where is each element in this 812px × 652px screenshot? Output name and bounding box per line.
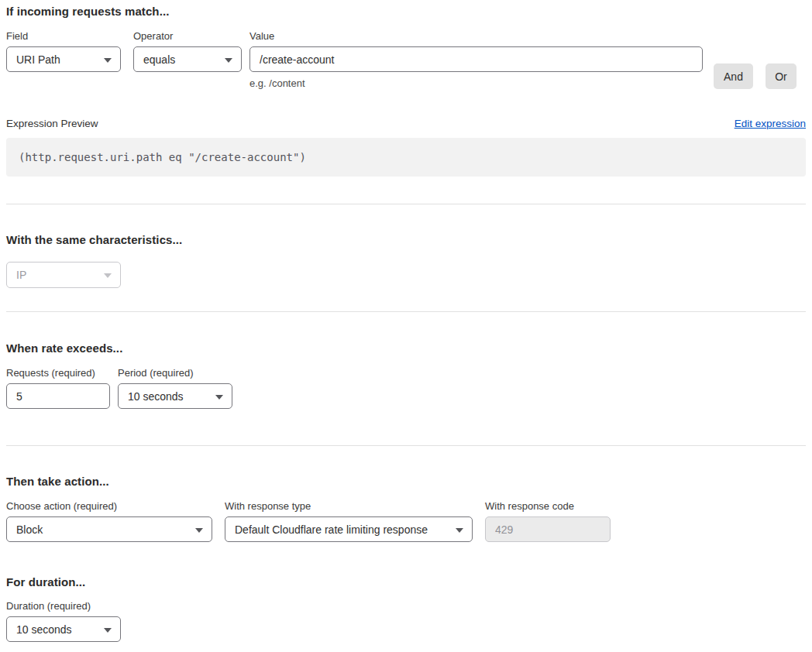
chevron-down-icon	[104, 273, 112, 278]
period-select[interactable]: 10 seconds	[118, 383, 232, 409]
choose-action-select-value: Block	[16, 523, 43, 536]
expression-preview-code: (http.request.uri.path eq "/create-accou…	[6, 138, 806, 177]
field-select[interactable]: URI Path	[6, 46, 121, 72]
chevron-down-icon	[225, 58, 232, 63]
operator-select-value: equals	[143, 53, 175, 66]
section-divider	[6, 311, 806, 312]
section-divider	[6, 204, 806, 204]
chevron-down-icon	[215, 395, 223, 400]
section-divider	[6, 445, 806, 446]
action-section-heading: Then take action...	[6, 475, 806, 488]
or-button[interactable]: Or	[766, 63, 797, 89]
expression-preview-label: Expression Preview	[6, 118, 98, 129]
choose-action-select[interactable]: Block	[6, 516, 212, 542]
response-code-input	[485, 516, 611, 542]
value-hint: e.g. /content	[249, 77, 703, 89]
response-type-label: With response type	[225, 500, 473, 512]
characteristic-select-value: IP	[16, 269, 26, 281]
operator-select[interactable]: equals	[133, 46, 242, 72]
requests-label: Requests (required)	[6, 367, 110, 379]
chevron-down-icon	[195, 528, 203, 533]
field-label: Field	[6, 30, 121, 42]
period-label: Period (required)	[118, 367, 232, 379]
chevron-down-icon	[104, 628, 112, 633]
response-type-select[interactable]: Default Cloudflare rate limiting respons…	[225, 516, 473, 542]
value-input[interactable]	[249, 46, 703, 72]
duration-select[interactable]: 10 seconds	[6, 616, 121, 642]
response-code-label: With response code	[485, 500, 611, 512]
requests-input[interactable]	[6, 383, 110, 409]
operator-label: Operator	[133, 30, 242, 42]
rate-section-heading: When rate exceeds...	[6, 341, 806, 355]
match-section-heading: If incoming requests match...	[6, 5, 806, 18]
period-select-value: 10 seconds	[128, 390, 184, 403]
value-label: Value	[249, 30, 703, 42]
characteristics-section-heading: With the same characteristics...	[6, 233, 806, 246]
duration-section-heading: For duration...	[6, 575, 806, 589]
match-condition-row: Field URI Path Operator equals Value e.g…	[6, 30, 806, 89]
chevron-down-icon	[456, 528, 463, 533]
and-button[interactable]: And	[714, 63, 753, 89]
duration-label: Duration (required)	[6, 600, 121, 612]
edit-expression-link[interactable]: Edit expression	[735, 118, 806, 129]
response-type-select-value: Default Cloudflare rate limiting respons…	[235, 523, 428, 536]
chevron-down-icon	[104, 58, 112, 63]
field-select-value: URI Path	[16, 53, 60, 66]
duration-select-value: 10 seconds	[16, 623, 72, 636]
action-row: Choose action (required) Block With resp…	[6, 500, 806, 542]
choose-action-label: Choose action (required)	[6, 500, 212, 512]
rate-row: Requests (required) Period (required) 10…	[6, 367, 806, 409]
characteristic-select: IP	[6, 262, 121, 288]
rate-limiting-rule-form: If incoming requests match... Field URI …	[0, 0, 812, 642]
expression-preview-header: Expression Preview Edit expression	[6, 118, 806, 129]
